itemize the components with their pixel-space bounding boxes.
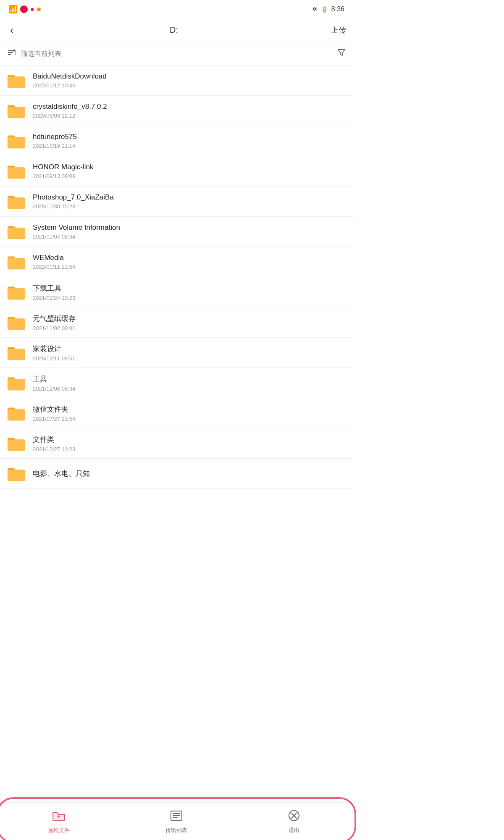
file-info: 家装设计 2020/12/11 09:51 <box>33 344 346 362</box>
folder-icon <box>7 435 26 452</box>
file-name: crystaldiskinfo_v8.7.0.2 <box>33 102 346 111</box>
list-item[interactable]: 元气壁纸缓存 2021/11/02 08:01 <box>0 307 353 338</box>
battery-icon: 🔋 <box>321 6 328 13</box>
tab-exit-label: 退出 <box>289 827 299 834</box>
file-list: BaiduNetdiskDownload 2022/01/12 10:40 cr… <box>0 66 353 531</box>
file-name: 下载工具 <box>33 284 346 293</box>
file-name: 家装设计 <box>33 344 346 354</box>
status-bar-right: ✲ 🔋 8:36 <box>312 5 344 13</box>
file-info: 元气壁纸缓存 2021/11/02 08:01 <box>33 314 346 331</box>
page-title: D: <box>170 25 178 35</box>
folder-icon <box>7 163 26 180</box>
file-date: 2022/01/12 10:40 <box>33 82 346 89</box>
file-name: 文件类 <box>33 435 346 444</box>
file-info: 微信文件夹 2021/07/27 21:54 <box>33 404 346 422</box>
file-info: 工具 2021/12/06 08:34 <box>33 374 346 392</box>
exit-icon <box>287 809 301 825</box>
folder-icon <box>7 72 26 89</box>
file-name: 工具 <box>33 374 346 384</box>
wifi-icon: 📶 <box>8 5 18 14</box>
sort-icon[interactable] <box>7 48 16 59</box>
file-date: 2020/12/11 09:51 <box>33 355 346 362</box>
tab-transfer-list-label: 传输列表 <box>165 827 187 834</box>
file-date: 2021/10/19 21:14 <box>33 143 346 149</box>
file-name: 电影、水电、只知 <box>33 469 346 478</box>
list-item[interactable]: 家装设计 2020/12/11 09:51 <box>0 338 353 368</box>
file-date: 2020/11/30 15:23 <box>33 203 346 210</box>
bluetooth-icon: ✲ <box>312 5 318 13</box>
file-info: 下载工具 2021/02/24 10:23 <box>33 284 346 301</box>
status-time: 8:36 <box>331 5 344 13</box>
file-info: crystaldiskinfo_v8.7.0.2 2020/08/03 12:1… <box>33 102 346 119</box>
notification-icon1 <box>20 5 28 13</box>
folder-icon <box>7 465 26 482</box>
folder-icon <box>7 284 26 301</box>
file-info: 文件类 2021/12/27 14:23 <box>33 435 346 452</box>
file-date: 2021/11/02 08:01 <box>33 325 346 331</box>
bottom-tab-bar: 远程文件 传输列表 退出 <box>0 802 353 840</box>
list-item[interactable]: Photoshop_7.0_XiaZaiBa 2020/11/30 15:23 <box>0 186 353 217</box>
file-name: 微信文件夹 <box>33 404 346 414</box>
list-item[interactable]: 电影、水电、只知 <box>0 459 353 489</box>
file-date: 2021/12/06 08:34 <box>33 386 346 392</box>
notification-icon2: ● <box>30 5 34 13</box>
list-item[interactable]: BaiduNetdiskDownload 2022/01/12 10:40 <box>0 66 353 96</box>
list-item[interactable]: WEMedia 2022/01/11 22:54 <box>0 247 353 277</box>
upload-button[interactable]: 上传 <box>331 25 346 35</box>
file-info: BaiduNetdiskDownload 2022/01/12 10:40 <box>33 72 346 89</box>
file-name: 元气壁纸缓存 <box>33 314 346 323</box>
tab-remote-files[interactable]: 远程文件 <box>0 809 118 834</box>
filter-bar <box>0 42 353 66</box>
file-name: HONOR Magic-link <box>33 163 346 171</box>
list-item[interactable]: 工具 2021/12/06 08:34 <box>0 368 353 398</box>
folder-icon <box>7 254 26 270</box>
file-date: 2021/09/13 09:06 <box>33 173 346 179</box>
folder-icon <box>7 193 26 210</box>
file-info: HONOR Magic-link 2021/09/13 09:06 <box>33 163 346 179</box>
back-button[interactable]: ‹ <box>7 21 17 39</box>
tab-remote-files-label: 远程文件 <box>48 827 70 834</box>
file-name: System Volume Information <box>33 223 346 232</box>
list-item[interactable]: 下载工具 2021/02/24 10:23 <box>0 277 353 307</box>
folder-icon <box>7 314 26 331</box>
file-date: 2021/07/27 21:54 <box>33 416 346 422</box>
folder-icon <box>7 102 26 119</box>
file-name: BaiduNetdiskDownload <box>33 72 346 81</box>
file-date: 2021/12/27 14:23 <box>33 446 346 452</box>
list-item[interactable]: hdtunepro575 2021/10/19 21:14 <box>0 126 353 156</box>
file-name: hdtunepro575 <box>33 133 346 141</box>
file-info: WEMedia 2022/01/11 22:54 <box>33 254 346 270</box>
status-bar: 📶 ● ■ ✲ 🔋 8:36 <box>0 0 353 18</box>
file-name: WEMedia <box>33 254 346 262</box>
filter-icon[interactable] <box>337 48 346 59</box>
file-info: System Volume Information 2021/01/07 08:… <box>33 223 346 240</box>
folder-icon <box>7 133 26 150</box>
list-item[interactable]: HONOR Magic-link 2021/09/13 09:06 <box>0 156 353 186</box>
remote-files-icon <box>52 809 66 825</box>
filter-input[interactable] <box>21 50 332 58</box>
nav-bar: ‹ D: 上传 <box>0 18 353 42</box>
folder-icon <box>7 405 26 422</box>
tab-transfer-list[interactable]: 传输列表 <box>118 809 235 834</box>
notification-icon3: ■ <box>37 5 41 13</box>
file-info: 电影、水电、只知 <box>33 469 346 478</box>
transfer-list-icon <box>169 809 184 825</box>
folder-icon <box>7 375 26 391</box>
file-info: Photoshop_7.0_XiaZaiBa 2020/11/30 15:23 <box>33 193 346 210</box>
folder-icon <box>7 223 26 240</box>
list-item[interactable]: System Volume Information 2021/01/07 08:… <box>0 217 353 247</box>
list-item[interactable]: 文件类 2021/12/27 14:23 <box>0 428 353 459</box>
file-date: 2021/01/07 08:34 <box>33 234 346 240</box>
file-info: hdtunepro575 2021/10/19 21:14 <box>33 133 346 149</box>
file-name: Photoshop_7.0_XiaZaiBa <box>33 193 346 202</box>
folder-icon <box>7 344 26 361</box>
list-item[interactable]: crystaldiskinfo_v8.7.0.2 2020/08/03 12:1… <box>0 96 353 126</box>
file-date: 2021/02/24 10:23 <box>33 295 346 301</box>
file-date: 2022/01/11 22:54 <box>33 264 346 270</box>
tab-exit[interactable]: 退出 <box>235 809 353 834</box>
file-date: 2020/08/03 12:12 <box>33 113 346 119</box>
list-item[interactable]: 微信文件夹 2021/07/27 21:54 <box>0 398 353 428</box>
